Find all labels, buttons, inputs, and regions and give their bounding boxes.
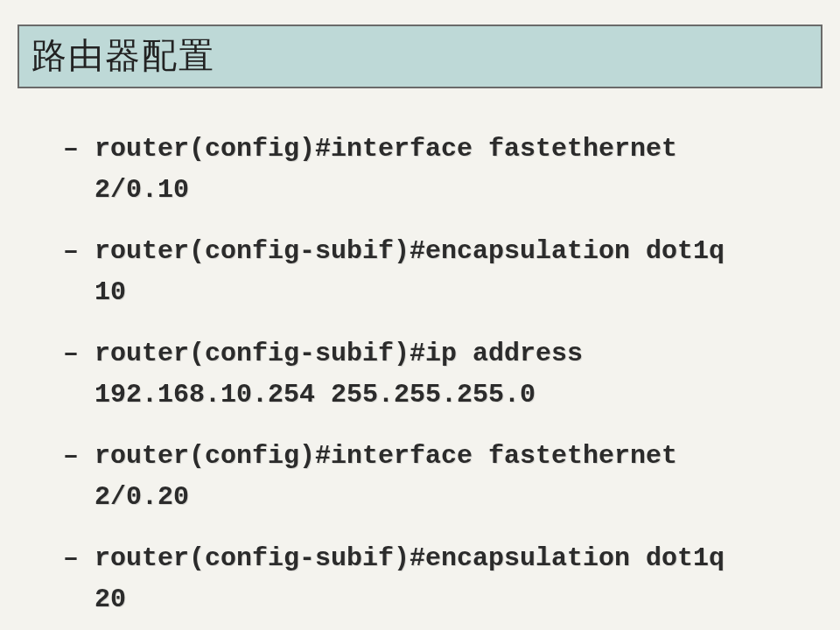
command-text: router(config)#interface fastethernet 2/…: [94, 129, 770, 210]
slide-title-bar: 路由器配置: [18, 24, 822, 88]
list-item: – router(config-subif)#encapsulation dot…: [47, 231, 770, 312]
bullet-dash: –: [47, 436, 94, 477]
list-item: – router(config)#interface fastethernet …: [47, 129, 770, 210]
bullet-dash: –: [47, 333, 94, 374]
command-text: router(config-subif)#encapsulation dot1q…: [94, 538, 770, 620]
command-text: router(config)#interface fastethernet 2/…: [94, 436, 770, 517]
command-text: router(config-subif)#encapsulation dot1q…: [94, 231, 770, 312]
list-item: – router(config-subif)#ip address 192.16…: [47, 333, 770, 415]
command-list: – router(config)#interface fastethernet …: [47, 129, 770, 630]
bullet-dash: –: [47, 231, 94, 272]
bullet-dash: –: [47, 538, 94, 579]
command-text: router(config-subif)#ip address 192.168.…: [94, 333, 770, 415]
bullet-dash: –: [47, 129, 94, 170]
list-item: – router(config)#interface fastethernet …: [47, 436, 770, 517]
slide-title: 路由器配置: [32, 36, 215, 75]
list-item: – router(config-subif)#encapsulation dot…: [47, 538, 770, 620]
